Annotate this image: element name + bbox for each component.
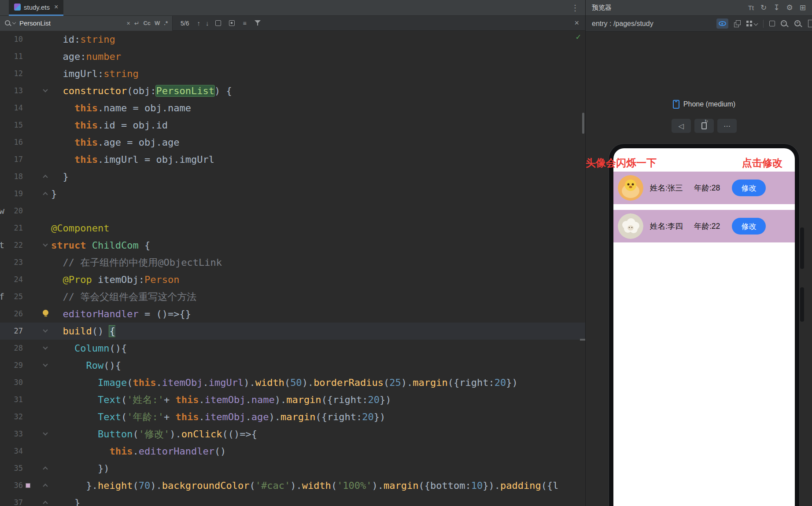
rotate-device-button[interactable] — [694, 119, 714, 133]
fold-marker-icon[interactable] — [43, 87, 48, 92]
fold-marker-icon[interactable] — [43, 242, 48, 246]
color-preview-chip[interactable] — [26, 483, 30, 488]
previous-page-button[interactable]: ◁ — [672, 119, 691, 133]
regex-toggle[interactable]: .* — [164, 20, 168, 26]
fold-marker-icon[interactable] — [43, 362, 48, 367]
code-line[interactable]: 13 constructor(obj:PersonList) { — [0, 82, 585, 99]
code-line[interactable]: 26 editorHandler = ()=>{} — [0, 305, 585, 323]
line-number[interactable]: 12 — [14, 65, 23, 82]
code-text[interactable]: } — [51, 185, 57, 202]
close-find-bar-icon[interactable]: × — [574, 18, 579, 28]
code-text[interactable]: Text('姓名:'+ this.itemObj.name).margin({r… — [51, 391, 391, 408]
search-field[interactable]: PersonList × ↵ Cc W .* — [0, 16, 173, 31]
code-line[interactable]: 16 this.age = obj.age — [0, 134, 585, 151]
ruler-icon[interactable] — [808, 20, 812, 27]
line-number[interactable]: 37 — [14, 494, 23, 506]
zoom-out-icon[interactable]: − — [781, 20, 789, 28]
fold-marker-icon[interactable] — [43, 430, 48, 435]
code-text[interactable]: @Component — [51, 220, 109, 237]
next-match-icon[interactable]: ↓ — [206, 20, 209, 26]
code-line[interactable]: 10 id:string — [0, 31, 585, 48]
code-line[interactable]: 25 // 等会父组件会重写这个方法 — [0, 288, 585, 305]
newline-icon[interactable]: ↵ — [134, 20, 140, 26]
font-settings-icon[interactable]: Tt — [748, 4, 754, 11]
intention-bulb-icon[interactable] — [43, 310, 48, 315]
search-history-chevron-icon[interactable] — [12, 21, 16, 24]
code-line[interactable]: 32 Text('年龄:'+ this.itemObj.age).margin(… — [0, 408, 585, 425]
code-text[interactable]: } — [51, 168, 69, 185]
edit-button[interactable]: 修改 — [732, 218, 766, 235]
code-text[interactable]: this.imgUrl = obj.imgUrl — [51, 151, 214, 168]
code-line[interactable]: 28 Column(){ — [0, 340, 585, 357]
visibility-toggle[interactable] — [716, 18, 728, 29]
line-number[interactable]: 25 — [14, 288, 23, 305]
fold-marker-icon[interactable] — [43, 501, 48, 506]
code-text[interactable]: @Prop itemObj:Person — [51, 271, 179, 288]
highlight-occurrences-icon[interactable] — [229, 20, 235, 26]
fit-frame-icon[interactable] — [769, 21, 775, 26]
code-text[interactable]: this.id = obj.id — [51, 117, 168, 134]
download-icon[interactable]: ↧ — [773, 3, 779, 12]
code-text[interactable]: Image(this.itemObj.imgUrl).width(50).bor… — [51, 374, 518, 391]
code-text[interactable]: }.height(70).backgroundColor('#cac').wid… — [51, 477, 559, 494]
settings-gear-icon[interactable]: ⚙ — [786, 3, 793, 12]
editor-scrollbar-thumb[interactable] — [582, 113, 584, 134]
line-number[interactable]: 32 — [14, 408, 23, 425]
search-filter-funnel-icon[interactable] — [255, 20, 261, 26]
code-text[interactable]: this.editorHandler() — [51, 443, 226, 460]
fold-marker-icon[interactable] — [43, 484, 48, 488]
code-line[interactable]: 11 age:number — [0, 48, 585, 65]
code-line[interactable]: 34 this.editorHandler() — [0, 443, 585, 460]
line-number[interactable]: 27 — [14, 323, 23, 340]
zoom-in-icon[interactable]: + — [794, 20, 802, 28]
line-number[interactable]: 11 — [14, 48, 23, 65]
line-number[interactable]: 17 — [14, 151, 23, 168]
line-number[interactable]: 30 — [14, 374, 23, 391]
code-line[interactable]: 14 this.name = obj.name — [0, 99, 585, 117]
line-number[interactable]: 26 — [14, 305, 23, 323]
code-text[interactable]: age:number — [51, 48, 121, 65]
inspection-ok-icon[interactable]: ✓ — [576, 32, 581, 41]
line-number[interactable]: 13 — [14, 82, 23, 99]
code-text[interactable]: Row(){ — [51, 357, 121, 374]
code-line[interactable]: 37 } — [0, 494, 585, 506]
edit-button[interactable]: 修改 — [732, 180, 766, 196]
code-line[interactable]: 19} — [0, 185, 585, 202]
code-line[interactable]: 21@Component — [0, 220, 585, 237]
line-number[interactable]: 23 — [14, 254, 23, 271]
code-line[interactable]: 18 } — [0, 168, 585, 185]
refresh-icon[interactable]: ↻ — [760, 3, 767, 12]
code-line[interactable]: 31 Text('姓名:'+ this.itemObj.name).margin… — [0, 391, 585, 408]
code-line[interactable]: 35 }) — [0, 460, 585, 477]
search-query-text[interactable]: PersonList — [19, 19, 123, 27]
code-line[interactable]: 22struct ChildCom { — [0, 237, 585, 254]
more-options-button[interactable]: ⋯ — [717, 119, 737, 133]
code-text[interactable]: editorHandler = ()=>{} — [51, 305, 191, 323]
code-line[interactable]: 20 — [0, 202, 585, 220]
line-number[interactable]: 20 — [14, 202, 23, 220]
line-number[interactable]: 29 — [14, 357, 23, 374]
code-text[interactable]: // 等会父组件会重写这个方法 — [51, 288, 196, 305]
line-number[interactable]: 16 — [14, 134, 23, 151]
line-number[interactable]: 35 — [14, 460, 23, 477]
code-text[interactable]: this.name = obj.name — [51, 99, 191, 117]
code-line[interactable]: 15 this.id = obj.id — [0, 117, 585, 134]
line-number[interactable]: 18 — [14, 168, 23, 185]
grid-dropdown-chevron-icon[interactable] — [754, 22, 758, 26]
code-text[interactable]: imgUrl:string — [51, 65, 139, 82]
code-text[interactable]: Column(){ — [51, 340, 127, 357]
filter-lines-icon[interactable]: ≡ — [243, 20, 246, 27]
code-text[interactable]: } — [51, 494, 80, 506]
code-text[interactable]: this.age = obj.age — [51, 134, 179, 151]
code-line[interactable]: 23 // 在子组件的中使用@ObjectLink — [0, 254, 585, 271]
code-line[interactable]: 30 Image(this.itemObj.imgUrl).width(50).… — [0, 374, 585, 391]
layers-icon[interactable] — [734, 20, 741, 27]
fold-marker-icon[interactable] — [43, 327, 48, 332]
search-in-selection-icon[interactable] — [215, 20, 221, 26]
code-line[interactable]: 36 }.height(70).backgroundColor('#cac').… — [0, 477, 585, 494]
fold-marker-icon[interactable] — [43, 466, 48, 471]
line-number[interactable]: 33 — [14, 425, 23, 443]
line-number[interactable]: 14 — [14, 99, 23, 117]
code-line[interactable]: 33 Button('修改').onClick(()=>{ — [0, 425, 585, 443]
fold-marker-icon[interactable] — [43, 192, 48, 197]
